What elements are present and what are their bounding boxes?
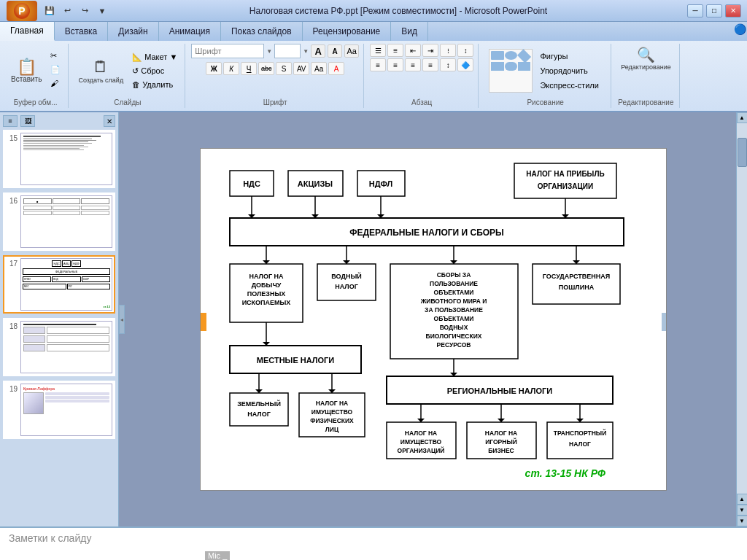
slide-thumbnail-15[interactable]: 15 [3, 130, 115, 188]
font-color-button[interactable]: A [328, 62, 344, 75]
svg-rect-89 [662, 313, 667, 331]
cut-button[interactable]: ✂ [47, 50, 63, 62]
svg-text:ТРАНСПОРТНЫЙ: ТРАНСПОРТНЫЙ [553, 429, 606, 437]
minimize-button[interactable]: ─ [687, 4, 703, 18]
numbered-list-button[interactable]: ≡ [387, 44, 403, 57]
font-name-input[interactable] [191, 44, 264, 58]
panel-resize-handle[interactable]: ◂ [119, 305, 125, 334]
layout-button[interactable]: 📐 Макет ▼ [129, 51, 180, 63]
tab-home[interactable]: Главная [0, 22, 55, 41]
italic-button[interactable]: К [223, 62, 239, 75]
svg-text:ИГОРНЫЙ: ИГОРНЫЙ [485, 438, 517, 446]
close-panel-button[interactable]: ✕ [104, 115, 115, 127]
tab-animation[interactable]: Анимация [159, 22, 221, 41]
svg-rect-54 [230, 393, 288, 426]
scroll-thumb[interactable] [738, 138, 747, 167]
slide-preview-19: Кривая Лаффера [20, 384, 112, 436]
svg-text:НДФЛ: НДФЛ [368, 179, 392, 188]
bullet-list-button[interactable]: ☰ [370, 44, 386, 57]
close-button[interactable]: ✕ [725, 4, 741, 18]
svg-text:ВОДНЫЙ: ВОДНЫЙ [331, 272, 361, 280]
decrease-font-button[interactable]: A [328, 44, 342, 58]
char-spacing-button[interactable]: AV [293, 62, 309, 75]
main-area: ≡ 🖼 ✕ 15 16 [0, 112, 747, 526]
redo-button[interactable]: ↪ [77, 4, 92, 18]
align-left-button[interactable]: ≡ [370, 58, 386, 71]
svg-text:ОРГАНИЗАЦИЙ: ОРГАНИЗАЦИЙ [397, 446, 444, 454]
ribbon-group-clipboard: 📋 Вставить ✂ 📄 🖌 Буфер обм... [3, 44, 69, 108]
arrange-button[interactable]: Упорядочить [537, 65, 601, 77]
ribbon-group-editing: 🔍 Редактирование Редактирование [613, 44, 680, 108]
scroll-up-button[interactable]: ▲ [737, 112, 748, 123]
tab-slideshow[interactable]: Показ слайдов [221, 22, 303, 41]
slide-preview-16: ■ [20, 195, 112, 248]
taskbar-bottom-label: Mic _ [205, 551, 230, 560]
scroll-track[interactable] [737, 123, 748, 494]
svg-text:ПОЛЕЗНЫХ: ПОЛЕЗНЫХ [247, 290, 285, 298]
new-slide-icon: 🗒 [93, 58, 109, 77]
font-name-dropdown[interactable]: ▼ [266, 48, 272, 55]
svg-text:НДС: НДС [243, 179, 260, 188]
svg-text:ЗА ПОЛЬЗОВАНИЕ: ЗА ПОЛЬЗОВАНИЕ [425, 306, 483, 314]
paste-icon: 📋 [17, 59, 36, 75]
tab-design[interactable]: Дизайн [108, 22, 158, 41]
slides-view-button[interactable]: 🖼 [20, 115, 35, 127]
slide-number-19: 19 [6, 384, 18, 436]
new-slide-button[interactable]: 🗒 Создать слайд [74, 55, 127, 86]
font-size-dropdown[interactable]: ▼ [303, 48, 309, 55]
delete-slide-button[interactable]: 🗑 Удалить [129, 79, 180, 90]
format-painter-button[interactable]: 🖌 [47, 77, 63, 89]
align-right-button[interactable]: ≡ [405, 58, 421, 71]
slide-panel: ≡ 🖼 ✕ 15 16 [0, 112, 119, 526]
scroll-next-slide-button[interactable]: ▼ [737, 505, 748, 516]
decrease-indent-button[interactable]: ⇤ [405, 44, 421, 57]
quick-access-toolbar: 💾 ↩ ↪ ▼ [42, 4, 109, 18]
tab-view[interactable]: Вид [391, 22, 428, 41]
scroll-prev-slide-button[interactable]: ▲ [737, 494, 748, 505]
find-button[interactable]: 🔍 Редактирование [617, 44, 675, 73]
font-size-input[interactable]: 20 [274, 44, 301, 58]
svg-text:ВОДНЫХ: ВОДНЫХ [439, 324, 468, 331]
save-button[interactable]: 💾 [42, 4, 57, 18]
increase-indent-button[interactable]: ⇥ [422, 44, 438, 57]
tab-review[interactable]: Рецензирование [303, 22, 392, 41]
svg-text:ГОСУДАРСТВЕННАЯ: ГОСУДАРСТВЕННАЯ [542, 273, 609, 280]
change-case-button[interactable]: Aa [311, 62, 327, 75]
outline-view-button[interactable]: ≡ [3, 115, 18, 127]
tab-insert[interactable]: Вставка [55, 22, 109, 41]
scroll-down-button[interactable]: ▼ [737, 516, 748, 526]
align-center-button[interactable]: ≡ [387, 58, 403, 71]
svg-text:БИОЛОГИЧЕСКИХ: БИОЛОГИЧЕСКИХ [425, 332, 481, 340]
undo-button[interactable]: ↩ [60, 4, 74, 18]
underline-button[interactable]: Ч [241, 62, 257, 75]
paste-button[interactable]: 📋 Вставить [7, 57, 45, 85]
bold-button[interactable]: Ж [206, 62, 222, 75]
strikethrough-button[interactable]: abc [258, 62, 274, 75]
increase-font-button[interactable]: A [311, 44, 325, 58]
convert-to-smartart-button[interactable]: 🔷 [457, 58, 473, 71]
help-button[interactable]: 🔵 [732, 22, 747, 36]
slide-thumbnail-19[interactable]: 19 Кривая Лаффера [3, 381, 115, 439]
shadow-button[interactable]: S [276, 62, 292, 75]
slide-preview-15 [20, 133, 112, 185]
svg-text:НАЛОГ: НАЛОГ [335, 283, 358, 290]
svg-text:ИСКОПАЕМЫХ: ИСКОПАЕМЫХ [241, 299, 290, 306]
text-direction-button[interactable]: ↕ [457, 44, 473, 57]
reset-button[interactable]: ↺ Сброс [129, 65, 180, 77]
slide-thumbnail-17[interactable]: 17 НДС АКЦ НДФ ФЕДЕРАЛЬНЫЕ НПФИ ВОД СБОР [3, 255, 115, 314]
customize-button[interactable]: ▼ [95, 4, 109, 18]
slide-thumbnail-16[interactable]: 16 ■ [3, 192, 115, 251]
notes-area[interactable]: Заметки к слайду [0, 526, 747, 560]
line-spacing-button[interactable]: ↕ [440, 58, 456, 71]
svg-rect-26 [317, 264, 376, 300]
office-button[interactable]: P [7, 1, 37, 21]
justify-button[interactable]: ≡ [422, 58, 438, 71]
maximize-button[interactable]: □ [706, 4, 722, 18]
quick-styles-button[interactable]: Экспресс-стили [537, 79, 601, 91]
svg-text:ЗЕМЕЛЬНЫЙ: ЗЕМЕЛЬНЫЙ [237, 400, 281, 408]
shapes-button[interactable]: Фигуры [537, 50, 601, 62]
clear-format-button[interactable]: Aa [344, 44, 359, 58]
slide-thumbnail-18[interactable]: 18 [3, 318, 115, 376]
columns-button[interactable]: ⫶ [440, 44, 456, 57]
copy-button[interactable]: 📄 [47, 63, 63, 76]
